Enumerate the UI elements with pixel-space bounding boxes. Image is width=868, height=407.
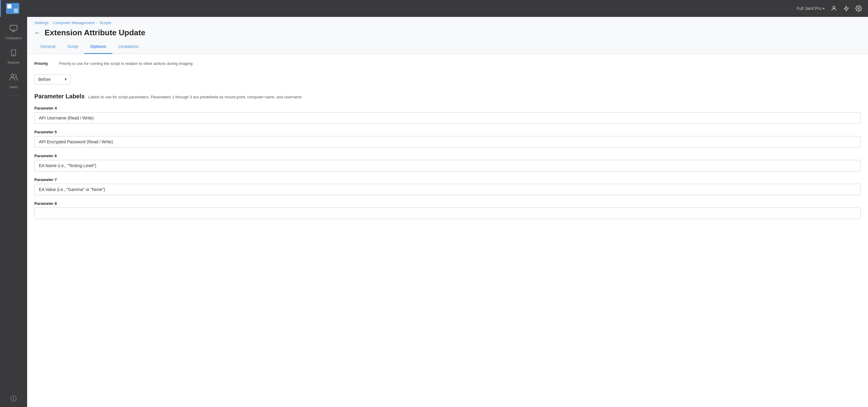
param6-field: Parameter 6 [34, 153, 861, 171]
param7-input[interactable] [34, 184, 861, 195]
devices-icon [10, 49, 17, 59]
parameter-labels-title: Parameter Labels [34, 93, 85, 100]
user-icon[interactable] [831, 5, 837, 12]
settings-icon[interactable] [855, 5, 862, 12]
tab-options[interactable]: Options [84, 40, 113, 54]
topbar-title[interactable]: Full Jamf Pro ▾ [797, 6, 825, 11]
priority-select-wrapper: Before After At Reboot ▼ [34, 74, 70, 85]
sidebar-item-info[interactable]: ⓘ [0, 390, 27, 407]
topbar: Full Jamf Pro ▾ [0, 0, 868, 17]
param5-input[interactable] [34, 136, 861, 148]
param5-label: Parameter 5 [34, 130, 861, 134]
users-icon [9, 73, 18, 83]
topbar-right: Full Jamf Pro ▾ [797, 5, 862, 12]
param8-label: Parameter 8 [34, 201, 861, 206]
breadcrumb-computer-management[interactable]: Computer Management [53, 21, 95, 25]
sidebar-item-computers[interactable]: Computers [0, 20, 27, 45]
param8-input[interactable] [34, 208, 861, 219]
tab-script[interactable]: Script [61, 40, 84, 54]
main-content: Priority Priority to use for running the… [27, 54, 868, 407]
breadcrumb-settings[interactable]: Settings [34, 21, 49, 25]
param5-field: Parameter 5 [34, 130, 861, 148]
app-logo[interactable] [6, 3, 19, 14]
sidebar-label-devices: Devices [7, 61, 19, 64]
content-area: Settings : Computer Management › Scripts… [27, 17, 868, 407]
tabs-bar: General Script Options Limitations [27, 40, 868, 54]
svg-point-6 [13, 54, 14, 55]
priority-select[interactable]: Before After At Reboot [34, 74, 70, 85]
param7-label: Parameter 7 [34, 177, 861, 182]
sidebar-item-devices[interactable]: Devices [0, 45, 27, 69]
page-title: Extension Attribute Update [44, 28, 145, 37]
breadcrumb-scripts[interactable]: Scripts [99, 21, 112, 25]
lightning-icon[interactable] [843, 5, 849, 12]
priority-section: Priority Priority to use for running the… [34, 61, 861, 66]
back-button[interactable]: ← [34, 29, 40, 36]
sidebar-label-users: Users [9, 85, 18, 89]
param4-input[interactable] [34, 112, 861, 124]
param4-label: Parameter 4 [34, 106, 861, 110]
page-header: ← Extension Attribute Update [27, 25, 868, 37]
priority-dropdown-wrapper: Before After At Reboot ▼ [34, 74, 861, 85]
priority-label: Priority [34, 61, 56, 66]
sidebar-label-computers: Computers [5, 36, 22, 40]
parameter-labels-header: Parameter Labels Labels to use for scrip… [34, 93, 861, 100]
tab-limitations[interactable]: Limitations [113, 40, 145, 54]
tab-general[interactable]: General [34, 40, 61, 54]
param4-field: Parameter 4 [34, 106, 861, 124]
param6-input[interactable] [34, 160, 861, 171]
topbar-left [6, 3, 19, 14]
breadcrumb-sep1: : [50, 21, 52, 25]
parameter-labels-desc: Labels to use for script parameters. Par… [88, 95, 302, 99]
main-layout: Computers Devices Users [0, 17, 868, 407]
param8-field: Parameter 8 [34, 201, 861, 219]
svg-point-1 [858, 7, 860, 9]
svg-point-0 [833, 6, 835, 8]
sidebar-item-users[interactable]: Users [0, 69, 27, 93]
breadcrumb: Settings : Computer Management › Scripts [27, 17, 868, 25]
priority-description: Priority to use for running the script i… [59, 61, 193, 66]
svg-point-7 [11, 74, 14, 77]
param7-field: Parameter 7 [34, 177, 861, 195]
svg-rect-2 [10, 25, 17, 30]
sidebar-divider [7, 95, 20, 96]
sidebar: Computers Devices Users [0, 17, 27, 407]
computers-icon [9, 24, 18, 34]
param6-label: Parameter 6 [34, 153, 861, 158]
breadcrumb-sep2: › [96, 21, 97, 25]
info-icon: ⓘ [10, 395, 17, 403]
